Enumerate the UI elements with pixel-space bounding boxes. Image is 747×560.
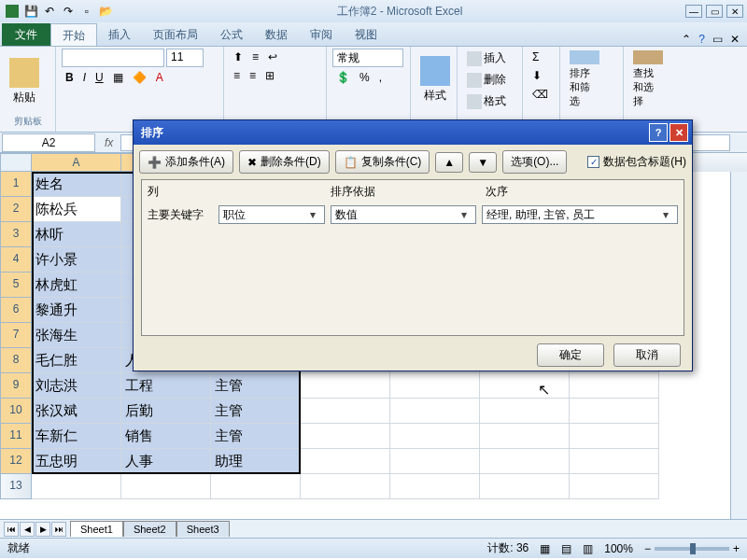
insert-tab[interactable]: 插入 <box>97 23 142 46</box>
fill-button[interactable]: ⬇ <box>529 67 554 84</box>
cell[interactable]: 后勤 <box>121 399 211 424</box>
row-header[interactable]: 8 <box>0 348 32 373</box>
delete-condition-button[interactable]: ✖删除条件(D) <box>239 150 330 174</box>
restore-window-icon[interactable]: ▭ <box>712 33 723 46</box>
cell[interactable]: 人事 <box>121 449 211 474</box>
cell[interactable]: 主管 <box>211 373 301 399</box>
sheet-tab-3[interactable]: Sheet3 <box>176 521 230 537</box>
sort-order-select[interactable]: 经理, 助理, 主管, 员工▾ <box>482 205 678 224</box>
cell[interactable]: 姓名 <box>32 172 121 197</box>
italic-button[interactable]: I <box>79 69 90 86</box>
zoom-slider[interactable] <box>655 547 729 551</box>
autosum-button[interactable]: Σ <box>529 49 554 65</box>
underline-button[interactable]: U <box>92 69 107 86</box>
header-checkbox[interactable]: ✓ 数据包含标题(H) <box>587 154 686 170</box>
row-header[interactable]: 3 <box>0 222 32 247</box>
view-pagebreak-button[interactable]: ▥ <box>583 542 593 555</box>
minimize-button[interactable]: — <box>685 5 702 18</box>
maximize-button[interactable]: ▭ <box>706 5 723 18</box>
cell[interactable]: 刘志洪 <box>32 373 121 399</box>
help-icon[interactable]: ? <box>698 33 705 46</box>
font-color-button[interactable]: A <box>152 69 167 86</box>
row-header[interactable]: 4 <box>0 247 32 273</box>
row-header[interactable]: 5 <box>0 273 32 298</box>
border-button[interactable]: ▦ <box>109 69 127 86</box>
next-sheet-button[interactable]: ▶ <box>35 522 50 537</box>
row-header[interactable]: 6 <box>0 298 32 323</box>
options-button[interactable]: 选项(O)... <box>502 150 567 174</box>
cell[interactable]: 黎通升 <box>32 298 121 323</box>
prev-sheet-button[interactable]: ◀ <box>20 522 35 537</box>
close-workbook-icon[interactable]: ✕ <box>730 33 740 46</box>
save-icon[interactable]: 💾 <box>22 3 39 20</box>
cell[interactable]: 许小景 <box>32 247 121 273</box>
cell[interactable]: 工程 <box>121 373 211 399</box>
sort-column-select[interactable]: 职位▾ <box>218 205 325 224</box>
open-icon[interactable]: 📂 <box>97 3 114 20</box>
clear-button[interactable]: ⌫ <box>529 86 554 103</box>
cell[interactable]: 五忠明 <box>32 449 121 474</box>
view-tab[interactable]: 视图 <box>344 23 388 46</box>
ok-button[interactable]: 确定 <box>537 343 604 367</box>
number-format-combo[interactable]: 常规 <box>332 49 403 67</box>
delete-cells-button[interactable]: 删除 <box>463 70 516 90</box>
dialog-help-button[interactable]: ? <box>649 123 668 142</box>
currency-button[interactable]: 💲 <box>332 69 354 86</box>
row-header[interactable]: 13 <box>0 474 32 499</box>
cell[interactable]: 主管 <box>211 424 301 449</box>
find-select-button[interactable]: 查找和选择 <box>629 49 667 110</box>
copy-condition-button[interactable]: 📋复制条件(C) <box>335 150 430 174</box>
layout-tab[interactable]: 页面布局 <box>142 23 209 46</box>
new-icon[interactable]: ▫ <box>78 3 95 20</box>
add-condition-button[interactable]: ➕添加条件(A) <box>139 150 233 174</box>
zoom-in-button[interactable]: + <box>733 542 740 555</box>
move-up-button[interactable]: ▲ <box>435 152 463 173</box>
styles-button[interactable]: 样式 <box>416 49 454 110</box>
cell[interactable]: 张汉斌 <box>32 399 121 424</box>
cell[interactable]: 主管 <box>211 399 301 424</box>
view-layout-button[interactable]: ▤ <box>561 542 571 555</box>
cell[interactable]: 销售 <box>121 424 211 449</box>
row-header[interactable]: 12 <box>0 449 32 474</box>
row-header[interactable]: 2 <box>0 197 32 222</box>
row-header[interactable]: 9 <box>0 373 32 399</box>
insert-cells-button[interactable]: 插入 <box>463 49 516 68</box>
cell[interactable]: 助理 <box>211 449 301 474</box>
home-tab[interactable]: 开始 <box>50 23 97 46</box>
row-header[interactable]: 7 <box>0 323 32 348</box>
fx-icon[interactable]: fx <box>97 136 120 149</box>
font-size-combo[interactable]: 11 <box>166 49 204 67</box>
format-cells-button[interactable]: 格式 <box>463 91 516 111</box>
merge-button[interactable]: ⊞ <box>261 67 278 84</box>
sort-by-select[interactable]: 数值▾ <box>331 205 476 224</box>
name-box[interactable]: A2 <box>2 133 95 152</box>
font-name-combo[interactable] <box>62 49 164 67</box>
vertical-scrollbar[interactable] <box>730 172 747 519</box>
undo-icon[interactable]: ↶ <box>41 3 58 20</box>
view-normal-button[interactable]: ▦ <box>540 542 550 555</box>
percent-button[interactable]: % <box>356 69 374 86</box>
row-header[interactable]: 11 <box>0 424 32 449</box>
cell[interactable]: 林听 <box>32 222 121 247</box>
zoom-level[interactable]: 100% <box>604 542 633 555</box>
first-sheet-button[interactable]: ⏮ <box>4 522 19 537</box>
excel-icon[interactable] <box>4 3 21 20</box>
fill-color-button[interactable]: 🔶 <box>129 69 150 86</box>
minimize-ribbon-icon[interactable]: ⌃ <box>682 33 691 46</box>
move-down-button[interactable]: ▼ <box>469 152 497 173</box>
last-sheet-button[interactable]: ⏭ <box>51 522 66 537</box>
cell[interactable]: 毛仁胜 <box>32 348 121 373</box>
cell[interactable]: 陈松兵 <box>32 197 121 222</box>
cell[interactable]: 张海生 <box>32 323 121 348</box>
cell[interactable]: 林虎虹 <box>32 273 121 298</box>
zoom-out-button[interactable]: − <box>644 542 651 555</box>
file-tab[interactable]: 文件 <box>2 23 50 46</box>
wrap-text-button[interactable]: ↩ <box>264 49 281 65</box>
align-middle-button[interactable]: ≡ <box>248 49 262 65</box>
paste-button[interactable]: 粘贴 <box>6 51 43 113</box>
align-center-button[interactable]: ≡ <box>246 67 260 84</box>
cell[interactable]: 车新仁 <box>32 424 121 449</box>
review-tab[interactable]: 审阅 <box>299 23 344 46</box>
redo-icon[interactable]: ↷ <box>60 3 77 20</box>
col-header-a[interactable]: A <box>32 153 121 172</box>
